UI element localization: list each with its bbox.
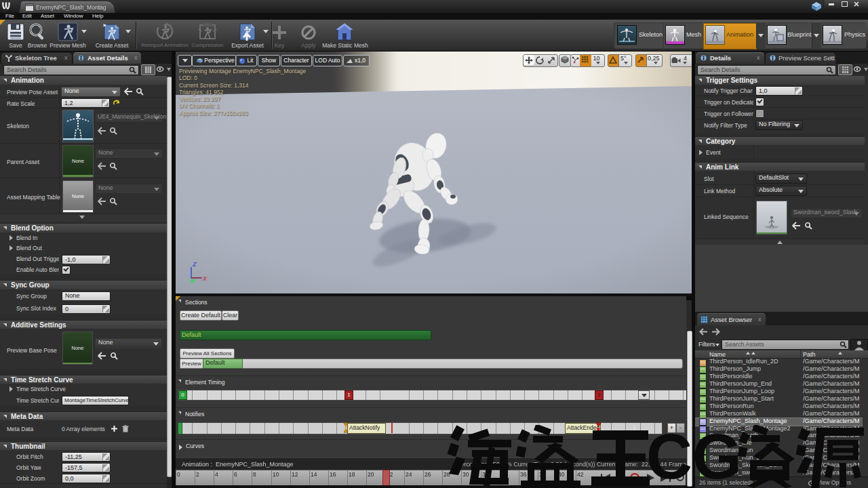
svg-text:Z: Z (192, 261, 197, 268)
svg-text:X: X (202, 275, 208, 282)
svg-text:CG: CG (646, 425, 742, 488)
